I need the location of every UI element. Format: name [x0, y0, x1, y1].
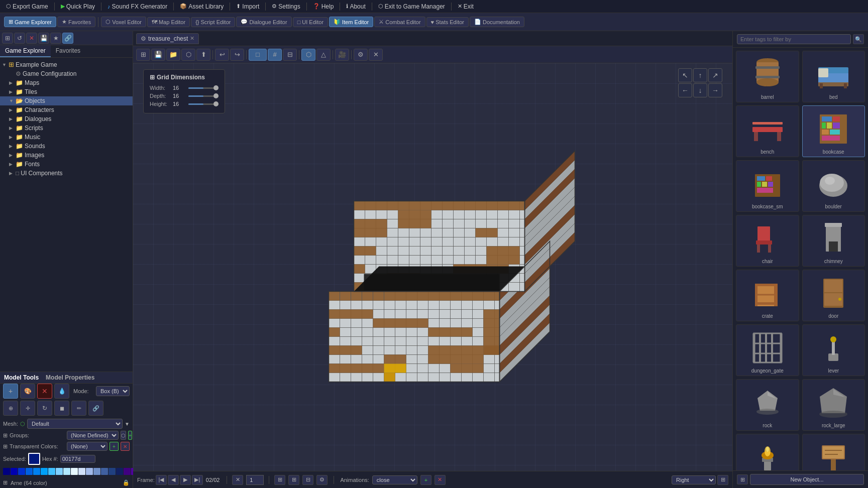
vp-tool-box[interactable]: □: [249, 49, 267, 61]
asset-bookcase[interactable]: bookcase: [802, 105, 865, 157]
anim-remove-btn[interactable]: ✕: [435, 475, 446, 485]
color-cell[interactable]: [71, 468, 78, 475]
explorer-tab-game[interactable]: Game Explorer: [0, 45, 51, 57]
model-tools-tab[interactable]: Model Tools: [4, 374, 39, 381]
tree-fonts[interactable]: ▶ 📁 Fonts: [0, 160, 133, 169]
viewport-tab-treasure-chest[interactable]: ⚙ treasure_chest ✕: [136, 33, 199, 44]
explorer-home-btn[interactable]: ⊞: [2, 33, 13, 44]
tab-game-explorer[interactable]: ⊞ Game Explorer: [4, 17, 56, 27]
color-cell[interactable]: [48, 468, 55, 475]
groups-add-btn[interactable]: +: [128, 431, 132, 440]
vp-tool-grid[interactable]: #: [268, 49, 282, 61]
color-cell[interactable]: [56, 468, 63, 475]
tree-game-config[interactable]: ⚙ Game Configuration: [0, 69, 133, 78]
tool-add-voxel[interactable]: +: [3, 384, 18, 399]
asset-sconce[interactable]: sconce: [736, 434, 799, 470]
height-slider[interactable]: [188, 103, 219, 105]
asset-lever[interactable]: lever: [802, 324, 865, 376]
selected-color-swatch[interactable]: [28, 453, 40, 465]
right-filter-btn[interactable]: ⊞: [737, 474, 748, 484]
color-cell[interactable]: [33, 468, 40, 475]
tool-rotate[interactable]: ↻: [37, 401, 52, 416]
asset-barrel[interactable]: barrel: [736, 51, 799, 102]
asset-sign[interactable]: sign: [802, 434, 865, 470]
asset-bench[interactable]: bench: [736, 105, 799, 157]
tree-sounds[interactable]: ▶ 📁 Sounds: [0, 142, 133, 151]
vp-tool-folder[interactable]: 📁: [166, 49, 180, 61]
tool-pen[interactable]: ✏: [71, 401, 86, 416]
tool-move[interactable]: ✛: [20, 401, 35, 416]
color-cell[interactable]: [26, 468, 33, 475]
tab-script-editor[interactable]: {} Script Editor: [191, 17, 235, 27]
new-object-button[interactable]: New Object...: [750, 474, 864, 485]
asset-dungeon-gate[interactable]: dungeon_gate: [736, 324, 799, 376]
groups-expand-btn[interactable]: ⬡: [121, 431, 126, 440]
vp-tool-terrain[interactable]: △: [316, 49, 331, 61]
tab-voxel-editor[interactable]: ⬡ Voxel Editor: [101, 17, 146, 27]
tab-map-editor[interactable]: 🗺 Map Editor: [147, 17, 190, 27]
anim-add-btn[interactable]: +: [420, 475, 431, 485]
bottom-copy-btn[interactable]: ⊞: [288, 475, 299, 485]
menu-exit-manager[interactable]: ⬡ Exit to Game Manager: [375, 2, 448, 11]
vp-tool-settings[interactable]: ⚙: [354, 49, 368, 61]
tab-documentation[interactable]: 📄 Documentation: [470, 17, 524, 27]
color-cell[interactable]: [124, 468, 131, 475]
tool-eyedropper[interactable]: 💧: [54, 384, 69, 399]
tree-music[interactable]: ▶ 📁 Music: [0, 133, 133, 142]
tree-images[interactable]: ▶ 📁 Images: [0, 151, 133, 160]
color-cell[interactable]: [108, 468, 116, 475]
nav-arrow-left[interactable]: ←: [678, 83, 692, 97]
menu-sound-fx[interactable]: ♪ Sound FX Generator: [104, 2, 170, 11]
tree-maps[interactable]: ▶ 📁 Maps: [0, 78, 133, 87]
view-expand-btn[interactable]: ⊞: [717, 475, 728, 485]
nav-arrow-tl[interactable]: ↖: [678, 68, 692, 82]
explorer-tab-favorites[interactable]: Favorites: [51, 45, 85, 57]
asset-rock-large[interactable]: rock_large: [802, 379, 865, 431]
menu-export-game[interactable]: ⬡ Export Game: [3, 2, 51, 11]
tool-paint[interactable]: 🎨: [20, 384, 35, 399]
explorer-star-btn[interactable]: ★: [50, 33, 61, 44]
vp-tool-import[interactable]: ⬆: [196, 49, 210, 61]
width-slider[interactable]: [188, 87, 219, 89]
vp-tool-undo[interactable]: ↩: [215, 49, 229, 61]
tab-favorites[interactable]: ★ Favorites: [57, 17, 95, 27]
frame-first-btn[interactable]: |◀: [156, 475, 167, 485]
vp-tool-redo[interactable]: ↪: [230, 49, 244, 61]
trans-colors-remove-btn[interactable]: ✕: [121, 442, 130, 451]
menu-quick-play[interactable]: ▶ Quick Play: [58, 2, 98, 11]
tool-paint-bucket[interactable]: ◼: [54, 401, 69, 416]
bottom-play-btn[interactable]: ✕: [232, 475, 243, 485]
vp-tool-voxel[interactable]: ⬡: [301, 49, 315, 61]
vp-tool-camera[interactable]: 🎥: [335, 49, 349, 61]
tool-link[interactable]: 🔗: [88, 401, 103, 416]
depth-slider[interactable]: [188, 95, 219, 97]
mesh-select[interactable]: Default: [27, 419, 123, 429]
asset-rock[interactable]: rock: [736, 379, 799, 431]
hex-input[interactable]: [60, 455, 95, 463]
frame-next-btn[interactable]: ▶: [180, 475, 191, 485]
search-icon-btn[interactable]: 🔍: [853, 34, 864, 44]
explorer-delete-btn[interactable]: ✕: [26, 33, 37, 44]
explorer-link-btn[interactable]: 🔗: [62, 33, 73, 44]
tab-dialogue-editor[interactable]: 💬 Dialogue Editor: [236, 17, 291, 27]
tree-ui-components[interactable]: ▶ □ UI Components: [0, 169, 133, 178]
menu-asset-library[interactable]: 📦 Asset Library: [177, 2, 227, 11]
asset-chair[interactable]: chair: [736, 215, 799, 267]
menu-exit[interactable]: ✕ Exit: [455, 2, 477, 11]
groups-select[interactable]: (None Defined): [67, 431, 119, 440]
nav-arrow-down[interactable]: ↓: [693, 83, 707, 97]
nav-arrow-tr[interactable]: ↗: [708, 68, 722, 82]
asset-boulder[interactable]: boulder: [802, 160, 865, 212]
menu-help[interactable]: ❓ Help: [310, 2, 337, 11]
nav-arrow-up[interactable]: ↑: [693, 68, 707, 82]
vp-tool-home[interactable]: ⊞: [136, 49, 150, 61]
menu-settings[interactable]: ⚙ Settings: [269, 2, 303, 11]
viewport-tab-close[interactable]: ✕: [190, 35, 194, 42]
mode-select[interactable]: Box (B): [96, 386, 130, 396]
vp-tool-close[interactable]: ✕: [369, 49, 383, 61]
animation-select[interactable]: close open: [372, 475, 417, 484]
color-cell[interactable]: [11, 468, 18, 475]
asset-bed[interactable]: bed: [802, 51, 865, 102]
frame-last-btn[interactable]: ▶|: [192, 475, 203, 485]
tool-select[interactable]: ⊕: [3, 401, 18, 416]
